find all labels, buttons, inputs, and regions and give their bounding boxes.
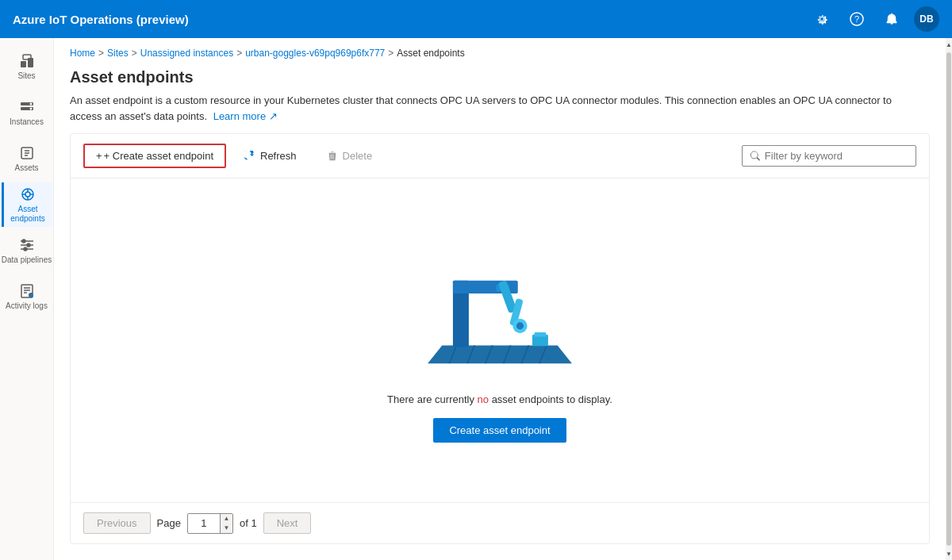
breadcrumb-home[interactable]: Home: [70, 48, 95, 59]
sidebar-label-activity-logs: Activity logs: [6, 301, 48, 311]
create-asset-endpoint-button[interactable]: + + Create asset endpoint: [83, 144, 226, 168]
data-pipelines-icon: [19, 237, 35, 253]
delete-label: Delete: [343, 150, 373, 162]
page-title: Asset endpoints: [70, 68, 930, 86]
breadcrumb-sites[interactable]: Sites: [107, 48, 129, 59]
app-title: Azure IoT Operations (preview): [13, 13, 189, 26]
breadcrumb-unassigned-instances[interactable]: Unassigned instances: [140, 48, 233, 59]
empty-state: There are currently no asset endpoints t…: [71, 178, 929, 502]
svg-point-21: [24, 247, 27, 251]
sidebar-label-assets: Assets: [14, 163, 38, 173]
topbar: Azure IoT Operations (preview) ? DB: [0, 0, 952, 38]
description-text: An asset endpoint is a custom resource i…: [70, 94, 892, 122]
svg-text:?: ?: [854, 14, 859, 24]
empty-text-highlight: no: [478, 393, 489, 405]
main-panel: + + Create asset endpoint Refresh Delete: [70, 133, 930, 544]
empty-text-prefix: There are currently: [387, 393, 477, 405]
breadcrumb-current: Asset endpoints: [397, 48, 464, 59]
page-decrement-button[interactable]: ▼: [220, 524, 232, 533]
sidebar-item-sites[interactable]: Sites: [2, 44, 52, 89]
scrollbar: ▲ ▼: [946, 38, 952, 560]
plus-icon: +: [96, 150, 102, 162]
asset-endpoints-icon: [20, 186, 36, 202]
search-icon: [750, 151, 760, 161]
sidebar-label-data-pipelines: Data pipelines: [2, 255, 52, 265]
svg-point-14: [25, 192, 30, 197]
svg-point-7: [29, 102, 32, 105]
empty-text-suffix: asset endpoints to display.: [489, 393, 612, 405]
svg-rect-43: [535, 332, 547, 336]
delete-icon: [327, 151, 338, 162]
empty-state-text: There are currently no asset endpoints t…: [387, 393, 612, 405]
content-area: Home > Sites > Unassigned instances > ur…: [54, 38, 946, 560]
settings-button[interactable]: [809, 6, 835, 32]
instances-icon: [19, 99, 35, 115]
svg-text:!: !: [30, 293, 31, 297]
avatar[interactable]: DB: [914, 6, 939, 32]
breadcrumb-sep-3: >: [236, 48, 242, 59]
external-link-icon: ↗: [269, 110, 278, 122]
assets-icon: [19, 145, 35, 161]
sidebar-item-assets[interactable]: Assets: [2, 136, 52, 181]
svg-rect-2: [21, 61, 26, 67]
svg-marker-28: [428, 345, 572, 363]
page-description: An asset endpoint is a custom resource i…: [70, 93, 903, 124]
breadcrumb-instance[interactable]: urban-goggles-v69pq969p6fx777: [245, 48, 385, 59]
page-increment-button[interactable]: ▲: [220, 514, 232, 524]
sidebar-item-activity-logs[interactable]: ! Activity logs: [2, 274, 52, 319]
create-asset-endpoint-empty-button[interactable]: Create asset endpoint: [433, 418, 566, 443]
activity-logs-icon: !: [19, 283, 35, 299]
previous-button[interactable]: Previous: [83, 512, 151, 534]
page-label: Page: [157, 517, 181, 529]
svg-point-20: [27, 244, 30, 247]
sidebar-label-instances: Instances: [10, 117, 44, 127]
pagination: Previous Page ▲ ▼ of 1 Next: [71, 502, 929, 543]
search-input[interactable]: [765, 150, 908, 162]
page-number-input[interactable]: [188, 514, 220, 532]
page-header: Asset endpoints An asset endpoint is a c…: [54, 62, 946, 133]
delete-button[interactable]: Delete: [315, 144, 385, 167]
page-input-wrapper: ▲ ▼: [187, 513, 233, 534]
svg-point-8: [29, 107, 32, 109]
sidebar-label-sites: Sites: [17, 71, 35, 81]
scrollbar-thumb[interactable]: [946, 52, 951, 546]
sidebar-item-asset-endpoints[interactable]: Asset endpoints: [2, 182, 52, 227]
help-icon: ?: [850, 12, 864, 26]
learn-more-link[interactable]: Learn more ↗: [213, 110, 278, 122]
sidebar-item-instances[interactable]: Instances: [2, 90, 52, 135]
next-button[interactable]: Next: [263, 512, 312, 534]
svg-point-19: [22, 240, 25, 243]
empty-illustration: [420, 238, 579, 381]
breadcrumb-sep-2: >: [132, 48, 137, 59]
scrollbar-up[interactable]: ▲: [946, 38, 952, 51]
breadcrumb: Home > Sites > Unassigned instances > ur…: [54, 38, 946, 62]
of-text: of 1: [240, 517, 257, 529]
sidebar-label-asset-endpoints: Asset endpoints: [4, 205, 52, 224]
refresh-icon: [244, 151, 255, 162]
create-button-label: + Create asset endpoint: [104, 150, 213, 162]
help-button[interactable]: ?: [844, 6, 869, 32]
notification-button[interactable]: [879, 6, 904, 32]
refresh-button[interactable]: Refresh: [232, 144, 309, 167]
sidebar: Sites Instances Assets: [0, 38, 54, 560]
refresh-label: Refresh: [260, 150, 297, 162]
toolbar: + + Create asset endpoint Refresh Delete: [71, 134, 929, 178]
gear-icon: [815, 12, 829, 26]
main-layout: Sites Instances Assets: [0, 38, 952, 560]
scrollbar-down[interactable]: ▼: [946, 547, 952, 560]
search-box: [742, 145, 916, 167]
svg-point-41: [516, 322, 524, 329]
sites-icon: [19, 53, 35, 69]
breadcrumb-sep-4: >: [388, 48, 393, 59]
page-spinners: ▲ ▼: [220, 514, 232, 533]
bell-icon: [885, 12, 899, 26]
topbar-icons: ? DB: [809, 6, 939, 32]
sidebar-item-data-pipelines[interactable]: Data pipelines: [2, 228, 52, 273]
breadcrumb-sep-1: >: [98, 48, 104, 59]
